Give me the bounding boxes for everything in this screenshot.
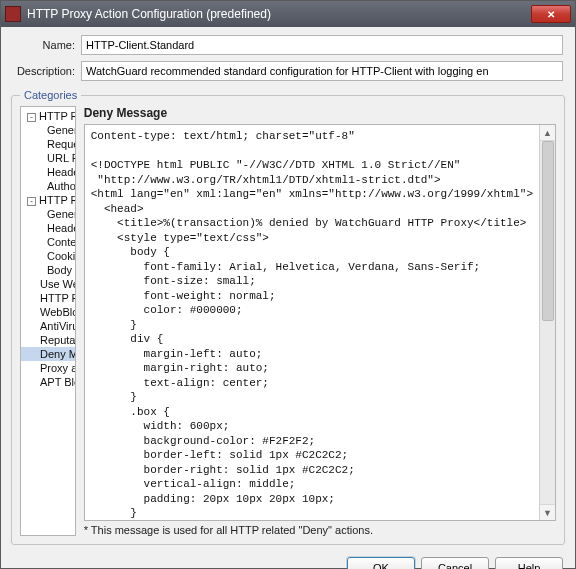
- tree-item-label: General Settings: [47, 208, 76, 220]
- tree-item[interactable]: AntiVirus: [21, 319, 75, 333]
- tree-item[interactable]: APT Blocker: [21, 375, 75, 389]
- tree-item[interactable]: Body Content Types: [21, 263, 75, 277]
- tree-item-label: Cookies: [47, 250, 76, 262]
- deny-message-code[interactable]: Content-type: text/html; charset="utf-8"…: [85, 125, 539, 520]
- scroll-thumb[interactable]: [542, 141, 554, 321]
- deny-message-editor[interactable]: Content-type: text/html; charset="utf-8"…: [84, 124, 556, 521]
- tree-item[interactable]: Reputation Enabled Defense: [21, 333, 75, 347]
- tree-item-label: Proxy and AV Alarms: [40, 362, 76, 374]
- ok-button[interactable]: OK: [347, 557, 415, 569]
- tree-item[interactable]: Header Fields: [21, 165, 75, 179]
- tree-item-label: Header Fields: [47, 222, 76, 234]
- tree-item-label: Content Types: [47, 236, 76, 248]
- tree-item[interactable]: -HTTP Response: [21, 193, 75, 207]
- tree-item[interactable]: Cookies: [21, 249, 75, 263]
- description-input[interactable]: [81, 61, 563, 81]
- tree-item[interactable]: Header Fields: [21, 221, 75, 235]
- tree-item-label: Authorization: [47, 180, 76, 192]
- tree-item[interactable]: Proxy and AV Alarms: [21, 361, 75, 375]
- tree-item[interactable]: Authorization: [21, 179, 75, 193]
- name-row: Name:: [13, 35, 563, 55]
- tree-item-label: Reputation Enabled Defense: [40, 334, 76, 346]
- deny-message-header: Deny Message: [84, 106, 556, 120]
- tree-item-label: HTTP Response: [39, 194, 76, 206]
- categories-legend: Categories: [20, 89, 81, 101]
- deny-message-panel: Deny Message Content-type: text/html; ch…: [84, 106, 556, 536]
- tree-item-label: APT Blocker: [40, 376, 76, 388]
- dialog-window: HTTP Proxy Action Configuration (predefi…: [0, 0, 576, 569]
- tree-item-label: General Settings: [47, 124, 76, 136]
- tree-item[interactable]: Use Web Cache Server: [21, 277, 75, 291]
- titlebar: HTTP Proxy Action Configuration (predefi…: [1, 1, 575, 27]
- form-area: Name: Description:: [1, 27, 575, 91]
- tree-expander-icon[interactable]: -: [27, 197, 36, 206]
- help-button[interactable]: Help: [495, 557, 563, 569]
- tree-item-label: HTTP Request: [39, 110, 76, 122]
- tree-item-label: Deny Message: [40, 348, 76, 360]
- tree-item[interactable]: Content Types: [21, 235, 75, 249]
- tree-item-label: Use Web Cache Server: [40, 278, 76, 290]
- tree-item[interactable]: WebBlocker: [21, 305, 75, 319]
- tree-item-label: Body Content Types: [47, 264, 76, 276]
- close-button[interactable]: ✕: [531, 5, 571, 23]
- app-icon: [5, 6, 21, 22]
- window-title: HTTP Proxy Action Configuration (predefi…: [27, 7, 531, 21]
- tree-item[interactable]: Request Methods: [21, 137, 75, 151]
- description-row: Description:: [13, 61, 563, 81]
- tree-item-label: WebBlocker: [40, 306, 76, 318]
- tree-item-label: AntiVirus: [40, 320, 76, 332]
- vertical-scrollbar[interactable]: ▲ ▼: [539, 125, 555, 520]
- tree-expander-icon[interactable]: -: [27, 113, 36, 122]
- close-icon: ✕: [547, 9, 555, 20]
- button-bar: OK Cancel Help: [1, 551, 575, 569]
- tree-item[interactable]: URL Paths: [21, 151, 75, 165]
- tree-item[interactable]: -HTTP Request: [21, 109, 75, 123]
- name-label: Name:: [13, 39, 75, 51]
- tree-item[interactable]: General Settings: [21, 207, 75, 221]
- categories-group: Categories -HTTP RequestGeneral Settings…: [11, 95, 565, 545]
- tree-item-label: Request Methods: [47, 138, 76, 150]
- tree-item-label: URL Paths: [47, 152, 76, 164]
- tree-item[interactable]: Deny Message: [21, 347, 75, 361]
- tree-item-label: Header Fields: [47, 166, 76, 178]
- name-input[interactable]: [81, 35, 563, 55]
- scroll-up-arrow-icon[interactable]: ▲: [540, 125, 555, 141]
- cancel-button[interactable]: Cancel: [421, 557, 489, 569]
- scroll-down-arrow-icon[interactable]: ▼: [540, 504, 555, 520]
- categories-tree[interactable]: -HTTP RequestGeneral SettingsRequest Met…: [20, 106, 76, 536]
- tree-item[interactable]: General Settings: [21, 123, 75, 137]
- tree-item[interactable]: HTTP Proxy Exceptions: [21, 291, 75, 305]
- deny-message-hint: * This message is used for all HTTP rela…: [84, 524, 556, 536]
- description-label: Description:: [13, 65, 75, 77]
- tree-item-label: HTTP Proxy Exceptions: [40, 292, 76, 304]
- categories-inner: -HTTP RequestGeneral SettingsRequest Met…: [20, 106, 556, 536]
